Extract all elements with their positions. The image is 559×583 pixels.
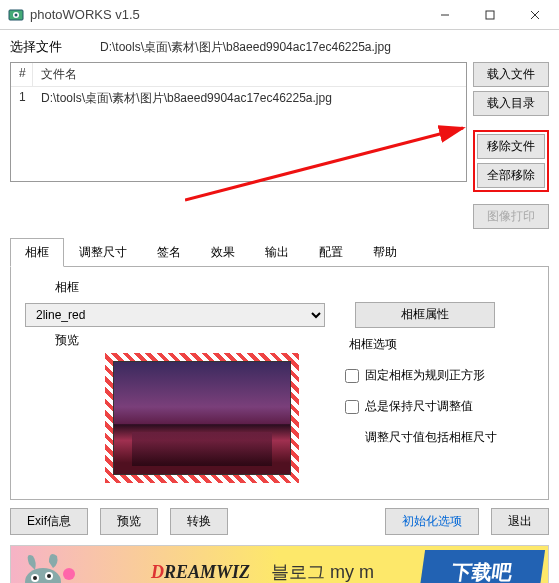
footer-banner: DREAMWIZ 블로그 my m 下载吧 xyxy=(10,545,549,583)
print-button[interactable]: 图像打印 xyxy=(473,204,549,229)
tab-bar: 相框 调整尺寸 签名 效果 输出 配置 帮助 xyxy=(10,237,549,267)
frame-properties-button[interactable]: 相框属性 xyxy=(355,302,495,328)
col-index-header[interactable]: # xyxy=(11,63,33,86)
tab-sign[interactable]: 签名 xyxy=(142,238,196,267)
window-title: photoWORKS v1.5 xyxy=(30,7,422,22)
frame-section-label: 相框 xyxy=(25,279,534,296)
selected-file-path: D:\tools\桌面\素材\图片\b8aeed9904ac17ec46225a… xyxy=(100,39,391,56)
close-button[interactable] xyxy=(512,1,557,29)
svg-rect-4 xyxy=(486,11,494,19)
svg-point-12 xyxy=(47,574,51,578)
svg-point-2 xyxy=(15,13,18,16)
col-name-header[interactable]: 文件名 xyxy=(33,63,466,86)
tab-effect[interactable]: 效果 xyxy=(196,238,250,267)
highlight-box: 移除文件 全部移除 xyxy=(473,130,549,192)
frame-options-header: 相框选项 xyxy=(349,336,534,353)
blog-logo: 블로그 my m xyxy=(271,560,374,583)
preview-button[interactable]: 预览 xyxy=(100,508,158,535)
bottom-bar: Exif信息 预览 转换 初始化选项 退出 xyxy=(0,500,559,543)
tab-config[interactable]: 配置 xyxy=(304,238,358,267)
tab-body-frame: 相框 2line_red 相框属性 预览 相框选项 固定相框为规则正方形 xyxy=(10,267,549,500)
title-bar: photoWORKS v1.5 xyxy=(0,0,559,30)
frame-select[interactable]: 2line_red xyxy=(25,303,325,327)
remove-all-button[interactable]: 全部移除 xyxy=(477,163,545,188)
preview-label: 预览 xyxy=(25,332,335,349)
tab-output[interactable]: 输出 xyxy=(250,238,304,267)
chk-keep-resize[interactable]: 总是保持尺寸调整值 xyxy=(345,398,534,415)
frame-options: 相框选项 固定相框为规则正方形 总是保持尺寸调整值 调整尺寸值包括相框尺寸 xyxy=(345,332,534,483)
dreamwiz-logo: DREAMWIZ xyxy=(151,562,250,583)
init-options-button[interactable]: 初始化选项 xyxy=(385,508,479,535)
chk-fixed-square[interactable]: 固定相框为规则正方形 xyxy=(345,367,534,384)
path-row: 选择文件 D:\tools\桌面\素材\图片\b8aeed9904ac17ec4… xyxy=(10,34,549,62)
preview-image xyxy=(113,361,291,475)
app-icon xyxy=(8,7,24,23)
main-content: 选择文件 D:\tools\桌面\素材\图片\b8aeed9904ac17ec4… xyxy=(0,30,559,500)
row-index: 1 xyxy=(11,87,33,110)
convert-button[interactable]: 转换 xyxy=(170,508,228,535)
bunny-character-icon xyxy=(15,548,95,583)
load-file-button[interactable]: 载入文件 xyxy=(473,62,549,87)
tab-help[interactable]: 帮助 xyxy=(358,238,412,267)
resize-includes-frame-label: 调整尺寸值包括相框尺寸 xyxy=(345,429,534,446)
svg-point-10 xyxy=(33,576,37,580)
side-buttons: 载入文件 载入目录 移除文件 全部移除 图像打印 xyxy=(473,62,549,229)
chk-keep-resize-label: 总是保持尺寸调整值 xyxy=(365,398,473,415)
svg-point-8 xyxy=(25,568,61,583)
download-stamp: 下载吧 xyxy=(419,550,545,583)
select-file-label: 选择文件 xyxy=(10,38,100,56)
tab-frame[interactable]: 相框 xyxy=(10,238,64,267)
svg-point-13 xyxy=(63,568,75,580)
table-row[interactable]: 1 D:\tools\桌面\素材\图片\b8aeed9904ac17ec4622… xyxy=(11,87,466,110)
maximize-button[interactable] xyxy=(467,1,512,29)
chk-fixed-square-label: 固定相框为规则正方形 xyxy=(365,367,485,384)
row-filename: D:\tools\桌面\素材\图片\b8aeed9904ac17ec46225a… xyxy=(33,87,466,110)
preview-frame xyxy=(105,353,299,483)
tab-resize[interactable]: 调整尺寸 xyxy=(64,238,142,267)
file-list-table[interactable]: # 文件名 1 D:\tools\桌面\素材\图片\b8aeed9904ac17… xyxy=(10,62,467,182)
remove-file-button[interactable]: 移除文件 xyxy=(477,134,545,159)
load-dir-button[interactable]: 载入目录 xyxy=(473,91,549,116)
minimize-button[interactable] xyxy=(422,1,467,29)
chk-keep-resize-input[interactable] xyxy=(345,400,359,414)
chk-fixed-square-input[interactable] xyxy=(345,369,359,383)
exif-button[interactable]: Exif信息 xyxy=(10,508,88,535)
exit-button[interactable]: 退出 xyxy=(491,508,549,535)
